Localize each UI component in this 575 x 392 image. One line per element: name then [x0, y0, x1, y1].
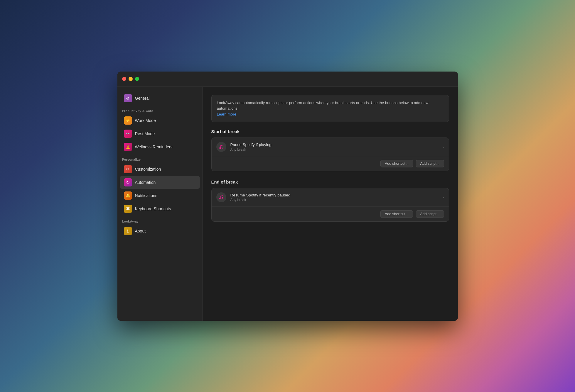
sidebar-section-lookaway-label: LookAway [117, 217, 202, 224]
end-break-item-icon [216, 192, 226, 202]
customization-icon: ✂ [124, 165, 132, 173]
general-icon: ⚙ [124, 94, 132, 102]
sidebar-item-restmode[interactable]: 👓 Rest Mode [120, 127, 200, 140]
start-break-item-title: Pause Spotify if playing [230, 142, 439, 147]
start-add-script-button[interactable]: Add script... [416, 160, 444, 167]
sidebar-item-label-workmode: Work Mode [135, 118, 156, 123]
sidebar-section-personalize: Personalize ✂ Customization ↻ Automation… [117, 155, 202, 215]
sidebar-section-personalize-label: Personalize [117, 155, 202, 162]
sidebar-item-label-notifications: Notifications [135, 193, 157, 198]
end-break-chevron-icon: › [443, 195, 444, 200]
sidebar-item-label-customization: Customization [135, 167, 161, 172]
sidebar-item-label-restmode: Rest Mode [135, 131, 155, 136]
start-break-item[interactable]: Pause Spotify if playing Any break › [212, 138, 449, 156]
minimize-button[interactable] [129, 77, 133, 81]
about-icon: ℹ [124, 227, 132, 235]
sidebar-section-top: ⚙ General [117, 91, 202, 105]
automation-icon: ↻ [124, 178, 132, 186]
start-of-break-card: Pause Spotify if playing Any break › Add… [211, 138, 449, 171]
sidebar-item-wellness[interactable]: 🧘 Wellness Reminders [120, 140, 200, 153]
keyboard-icon: ⌘ [124, 205, 132, 213]
start-break-chevron-icon: › [443, 145, 444, 149]
sidebar-item-workmode[interactable]: ⚡ Work Mode [120, 114, 200, 127]
svg-point-0 [220, 147, 221, 149]
titlebar [117, 72, 458, 87]
end-of-break-title: End of break [211, 179, 449, 184]
sidebar-item-notifications[interactable]: 🔔 Notifications [120, 189, 200, 202]
main-content: LookAway can automatically run scripts o… [203, 87, 458, 321]
close-button[interactable] [122, 77, 126, 81]
svg-point-2 [220, 198, 221, 199]
sidebar-item-customization[interactable]: ✂ Customization [120, 163, 200, 176]
sidebar-item-general[interactable]: ⚙ General [120, 92, 200, 105]
sidebar-item-about[interactable]: ℹ About [120, 225, 200, 237]
end-break-actions: Add shortcut... Add script... [212, 207, 449, 221]
traffic-lights [122, 77, 139, 81]
sidebar-item-automation[interactable]: ↻ Automation [120, 176, 200, 189]
end-break-item-subtitle: Any break [230, 198, 439, 202]
sidebar: ⚙ General Productivity & Care ⚡ Work Mod… [117, 87, 203, 321]
start-break-item-text: Pause Spotify if playing Any break [230, 142, 439, 152]
sidebar-item-keyboard[interactable]: ⌘ Keyboard Shortcuts [120, 202, 200, 215]
start-break-actions: Add shortcut... Add script... [212, 156, 449, 171]
notifications-icon: 🔔 [124, 191, 132, 200]
svg-point-3 [222, 198, 223, 199]
start-of-break-title: Start of break [211, 129, 449, 134]
window-body: ⚙ General Productivity & Care ⚡ Work Mod… [117, 87, 458, 321]
info-text: LookAway can automatically run scripts o… [217, 101, 429, 111]
learn-more-link[interactable]: Learn more [217, 112, 236, 116]
end-break-item[interactable]: Resume Spotify if recently paused Any br… [212, 188, 449, 207]
workmode-icon: ⚡ [124, 116, 132, 125]
end-break-item-title: Resume Spotify if recently paused [230, 193, 439, 197]
wellness-icon: 🧘 [124, 143, 132, 151]
sidebar-section-lookaway: LookAway ℹ About [117, 217, 202, 238]
end-add-shortcut-button[interactable]: Add shortcut... [380, 210, 413, 218]
restmode-icon: 👓 [124, 130, 132, 138]
sidebar-item-label-about: About [135, 229, 146, 233]
sidebar-item-label-keyboard: Keyboard Shortcuts [135, 206, 171, 211]
sidebar-item-label-wellness: Wellness Reminders [135, 145, 173, 149]
sidebar-item-label-general: General [135, 96, 150, 101]
start-break-item-icon [216, 142, 226, 152]
info-box: LookAway can automatically run scripts o… [211, 95, 449, 122]
start-of-break-section: Start of break Pause Spotify if playing [211, 129, 449, 171]
svg-point-1 [222, 147, 223, 148]
sidebar-item-label-automation: Automation [135, 180, 156, 185]
start-break-item-subtitle: Any break [230, 147, 439, 152]
app-window: ⚙ General Productivity & Care ⚡ Work Mod… [117, 72, 458, 321]
end-break-item-text: Resume Spotify if recently paused Any br… [230, 193, 439, 202]
end-of-break-section: End of break Resume Spotify if recently … [211, 179, 449, 222]
maximize-button[interactable] [135, 77, 139, 81]
sidebar-section-productivity-label: Productivity & Care [117, 107, 202, 114]
start-add-shortcut-button[interactable]: Add shortcut... [380, 160, 413, 167]
end-of-break-card: Resume Spotify if recently paused Any br… [211, 188, 449, 222]
end-add-script-button[interactable]: Add script... [416, 210, 444, 218]
sidebar-section-productivity: Productivity & Care ⚡ Work Mode 👓 Rest M… [117, 107, 202, 154]
